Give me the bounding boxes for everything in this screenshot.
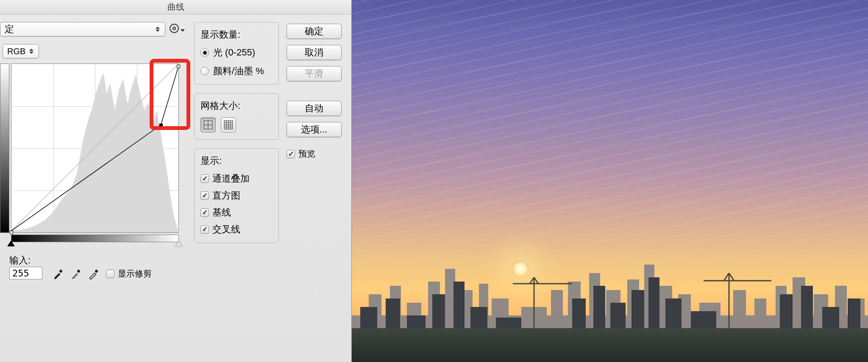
svg-rect-34 — [754, 298, 766, 332]
smooth-button[interactable]: 平滑 — [287, 66, 342, 81]
show-group: 显示: 通道叠加 直方图 基线 交叉线 — [194, 148, 279, 243]
foreground-ground — [352, 328, 868, 362]
preset-value: 定 — [5, 23, 14, 36]
black-point-slider[interactable] — [7, 240, 15, 246]
curve-lines — [11, 64, 178, 231]
histogram-label: 直方图 — [212, 189, 240, 202]
show-clipping-label: 显示修剪 — [118, 268, 152, 279]
cancel-button[interactable]: 取消 — [287, 45, 342, 60]
channel-overlay-label: 通道叠加 — [212, 172, 250, 185]
channel-value: RGB — [7, 47, 25, 56]
light-radio[interactable] — [200, 48, 209, 57]
preview-label: 预览 — [298, 148, 315, 160]
white-point-slider[interactable] — [175, 240, 183, 246]
black-eyedropper[interactable] — [53, 268, 64, 279]
histogram-row[interactable]: 直方图 — [200, 189, 273, 202]
svg-line-65 — [724, 273, 729, 281]
input-value-field[interactable] — [9, 267, 42, 279]
input-gradient — [11, 235, 179, 242]
svg-line-0 — [11, 64, 178, 231]
input-gradient-row — [11, 235, 179, 245]
crossline-row[interactable]: 交叉线 — [200, 223, 273, 236]
gear-icon — [170, 24, 179, 33]
svg-rect-2 — [77, 269, 81, 273]
preview-checkbox[interactable] — [287, 150, 295, 158]
input-label: 输入: — [9, 254, 42, 267]
svg-rect-33 — [733, 290, 746, 332]
curve-point-mid[interactable] — [159, 124, 163, 127]
pigment-radio[interactable] — [200, 67, 209, 75]
grid-size-group: 网格大小: — [194, 93, 279, 140]
output-gradient — [0, 64, 9, 233]
crossline-checkbox[interactable] — [200, 225, 209, 234]
show-clipping-checkbox[interactable] — [106, 270, 114, 278]
auto-button[interactable]: 自动 — [287, 101, 342, 116]
grid-4-icon — [203, 120, 213, 130]
curve-point-highlight[interactable] — [177, 65, 180, 68]
display-amount-title: 显示数量: — [200, 28, 273, 41]
white-eyedropper[interactable] — [88, 268, 99, 279]
dialog-title: 曲线 — [0, 0, 351, 14]
svg-line-66 — [729, 273, 734, 281]
pigment-radio-row[interactable]: 颜料/油墨 % — [200, 65, 273, 77]
channel-overlay-checkbox[interactable] — [200, 174, 209, 183]
updown-icon — [29, 44, 35, 58]
svg-rect-24 — [551, 290, 563, 332]
curve-graph[interactable] — [11, 64, 179, 233]
baseline-checkbox[interactable] — [200, 208, 209, 217]
show-clipping-checkbox-row[interactable]: 显示修剪 — [106, 268, 152, 279]
svg-rect-3 — [95, 269, 98, 273]
options-button[interactable]: 选项... — [287, 122, 342, 137]
preview-row[interactable]: 预览 — [287, 148, 315, 160]
channel-overlay-row[interactable]: 通道叠加 — [200, 172, 273, 185]
curves-left-column: 定 RGB — [0, 22, 186, 279]
light-radio-row[interactable]: 光 (0-255) — [200, 46, 273, 59]
curves-dialog: 曲线 定 RGB — [0, 0, 352, 362]
curves-right-column: 确定 取消 平滑 自动 选项... 预览 — [287, 22, 346, 279]
grid-16-icon — [224, 120, 233, 130]
baseline-row[interactable]: 基线 — [200, 206, 273, 219]
ok-button[interactable]: 确定 — [287, 24, 342, 39]
crossline-label: 交叉线 — [212, 223, 240, 236]
light-radio-label: 光 (0-255) — [213, 46, 255, 59]
svg-rect-1 — [59, 269, 63, 273]
show-title: 显示: — [200, 155, 273, 167]
canvas-preview — [352, 0, 868, 362]
curves-middle-column: 显示数量: 光 (0-255) 颜料/油墨 % 网格大小: — [194, 22, 279, 279]
gray-eyedropper[interactable] — [70, 268, 81, 279]
caret-down-icon — [181, 29, 185, 32]
grid-coarse-button[interactable] — [200, 117, 216, 133]
grid-fine-button[interactable] — [221, 117, 236, 133]
display-amount-group: 显示数量: 光 (0-255) 颜料/油墨 % — [194, 22, 279, 85]
grid-size-title: 网格大小: — [200, 99, 273, 112]
preset-menu-button[interactable] — [170, 24, 185, 35]
preset-select[interactable]: 定 — [0, 22, 165, 36]
baseline-label: 基线 — [212, 206, 231, 219]
channel-select[interactable]: RGB — [3, 44, 39, 58]
curve-point-shadow[interactable] — [10, 231, 13, 234]
updown-icon — [156, 22, 161, 36]
histogram-checkbox[interactable] — [200, 191, 209, 200]
pigment-radio-label: 颜料/油墨 % — [213, 65, 264, 77]
